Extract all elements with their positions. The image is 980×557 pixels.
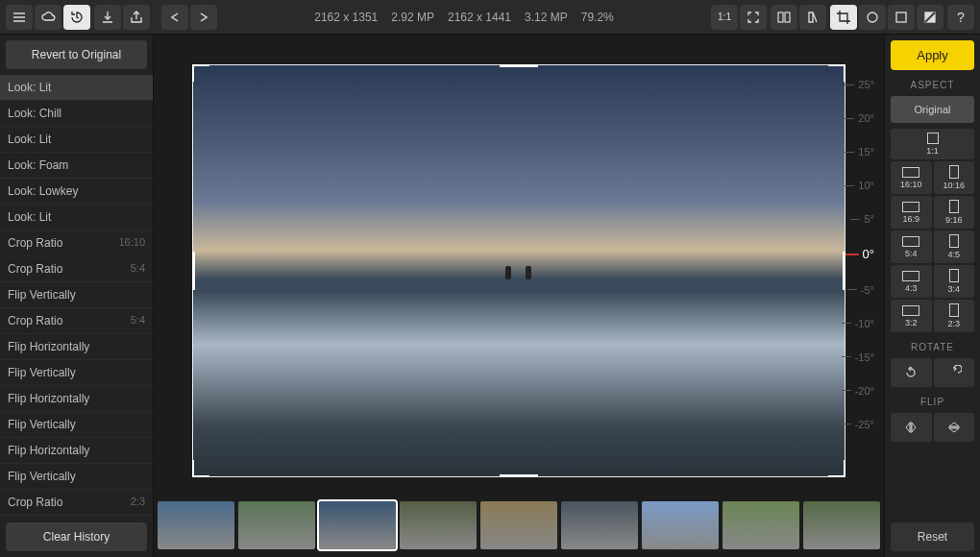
- photo-content: [526, 266, 531, 279]
- ruler-tick[interactable]: 15°: [828, 146, 874, 157]
- aspect-16-10[interactable]: 16:10: [891, 161, 932, 194]
- undo-icon[interactable]: [161, 5, 188, 30]
- thumbnail[interactable]: [723, 501, 799, 549]
- history-item[interactable]: Crop Ratio5:4: [0, 308, 153, 334]
- flip-vertical-button[interactable]: [934, 413, 975, 442]
- help-icon[interactable]: ?: [947, 5, 974, 30]
- ruler-tick[interactable]: -10°: [828, 318, 874, 329]
- circle-tool-icon[interactable]: [859, 5, 886, 30]
- fullscreen-icon[interactable]: [740, 5, 767, 30]
- ruler-tick[interactable]: 5°: [828, 213, 874, 225]
- history-item[interactable]: Crop Ratio4:3: [0, 516, 153, 517]
- download-icon[interactable]: [94, 5, 121, 30]
- thumbnail[interactable]: [319, 501, 396, 549]
- aspect-10-16[interactable]: 10:16: [934, 161, 975, 194]
- crop-handle-br[interactable]: [828, 460, 845, 477]
- reset-button[interactable]: Reset: [891, 522, 974, 551]
- rotate-cw-button[interactable]: [934, 358, 975, 387]
- history-item[interactable]: Crop Ratio5:4: [0, 256, 153, 282]
- history-item-label: Flip Horizontally: [8, 444, 89, 457]
- history-item[interactable]: Flip Vertically: [0, 412, 153, 438]
- ruler-tick[interactable]: 25°: [828, 79, 874, 90]
- history-item[interactable]: Crop Ratio16:10: [0, 230, 153, 256]
- invert-tool-icon[interactable]: [917, 5, 943, 30]
- ruler-tick[interactable]: -5°: [828, 284, 874, 296]
- history-item[interactable]: Look: Lit: [0, 127, 153, 153]
- ruler-tick[interactable]: -25°: [828, 419, 874, 430]
- square-tool-icon[interactable]: [888, 5, 915, 30]
- svg-rect-3: [778, 12, 783, 22]
- aspect-4-3[interactable]: 4:3: [891, 265, 932, 298]
- thumbnail[interactable]: [158, 501, 234, 549]
- aspect-1:1[interactable]: 1:1: [891, 129, 974, 159]
- crop-handle-tl[interactable]: [192, 64, 209, 82]
- menu-icon[interactable]: [6, 5, 33, 30]
- aspect-shape-icon: [949, 269, 959, 282]
- history-item[interactable]: Look: Chill: [0, 101, 153, 127]
- revert-button[interactable]: Revert to Original: [6, 40, 147, 69]
- history-item[interactable]: Flip Vertically: [0, 360, 153, 386]
- clear-history-button[interactable]: Clear History: [6, 522, 147, 551]
- apply-button[interactable]: Apply: [891, 40, 974, 70]
- history-item[interactable]: Look: Lit: [0, 205, 153, 230]
- ruler-tick[interactable]: 10°: [828, 180, 874, 191]
- thumbnail[interactable]: [561, 501, 638, 549]
- history-item[interactable]: Flip Vertically: [0, 464, 153, 490]
- history-item[interactable]: Flip Vertically: [0, 282, 153, 308]
- aspect-2-3[interactable]: 2:3: [934, 300, 975, 332]
- history-item[interactable]: Crop Ratio2:3: [0, 490, 153, 516]
- thumbnail[interactable]: [480, 501, 557, 549]
- aspect-label: 3:2: [905, 318, 918, 327]
- history-icon[interactable]: [63, 5, 90, 30]
- thumbnail[interactable]: [803, 501, 880, 549]
- zoom-1to1-button[interactable]: 1:1: [711, 5, 738, 30]
- crop-handle-left[interactable]: [192, 252, 195, 290]
- tick-label: -25°: [855, 419, 874, 430]
- history-item[interactable]: Look: Lowkey: [0, 179, 153, 205]
- thumbnail[interactable]: [642, 501, 719, 549]
- aspect-9-16[interactable]: 9:16: [934, 196, 975, 229]
- aspect-original[interactable]: Original: [891, 96, 974, 123]
- before-after-icon[interactable]: [799, 5, 826, 30]
- share-icon[interactable]: [123, 5, 150, 30]
- history-item[interactable]: Flip Horizontally: [0, 386, 153, 412]
- aspect-label: 4:5: [947, 250, 960, 259]
- aspect-4-5[interactable]: 4:5: [934, 230, 975, 263]
- history-item[interactable]: Look: Lit: [0, 75, 153, 101]
- aspect-section-label: ASPECT: [891, 80, 974, 90]
- aspect-5-4[interactable]: 5:4: [891, 230, 932, 263]
- crop-handle-bottom[interactable]: [500, 474, 538, 477]
- crop-frame[interactable]: [192, 64, 845, 477]
- crop-tool-icon[interactable]: [830, 5, 857, 30]
- image-info: 2162 x 1351 2.92 MP 2162 x 1441 3.12 MP …: [314, 11, 614, 24]
- thumbnail[interactable]: [400, 501, 477, 549]
- aspect-shape-icon: [902, 236, 919, 247]
- thumbnail[interactable]: [238, 501, 315, 549]
- aspect-3-2[interactable]: 3:2: [891, 300, 932, 332]
- ruler-tick[interactable]: -20°: [828, 385, 874, 397]
- tick-label: 25°: [858, 79, 874, 90]
- aspect-3-4[interactable]: 3:4: [934, 265, 975, 298]
- rotate-ccw-button[interactable]: [891, 358, 932, 387]
- aspect-16-9[interactable]: 16:9: [891, 196, 932, 229]
- flip-horizontal-button[interactable]: [891, 413, 932, 442]
- history-item[interactable]: Flip Horizontally: [0, 334, 153, 360]
- ruler-tick[interactable]: 20°: [828, 112, 874, 124]
- tick-line: [845, 152, 854, 153]
- history-item-badge: 2:3: [131, 496, 145, 509]
- ruler-tick[interactable]: -15°: [828, 351, 874, 363]
- redo-icon[interactable]: [190, 5, 217, 30]
- history-item-label: Flip Vertically: [8, 366, 76, 379]
- crop-handle-top[interactable]: [500, 64, 538, 67]
- tick-label: 20°: [858, 112, 874, 124]
- top-toolbar: 2162 x 1351 2.92 MP 2162 x 1441 3.12 MP …: [0, 0, 980, 35]
- cloud-icon[interactable]: [35, 5, 61, 30]
- aspect-label: 5:4: [905, 249, 918, 258]
- crop-handle-bl[interactable]: [192, 460, 209, 477]
- compare-icon[interactable]: [771, 5, 797, 30]
- rotation-ruler[interactable]: 25°20°15°10°5°0°-5°-10°-15°-20°-25°: [828, 79, 874, 430]
- history-item[interactable]: Look: Foam: [0, 153, 153, 179]
- ruler-tick[interactable]: 0°: [828, 247, 874, 261]
- tick-line: [842, 390, 851, 391]
- history-item[interactable]: Flip Horizontally: [0, 438, 153, 464]
